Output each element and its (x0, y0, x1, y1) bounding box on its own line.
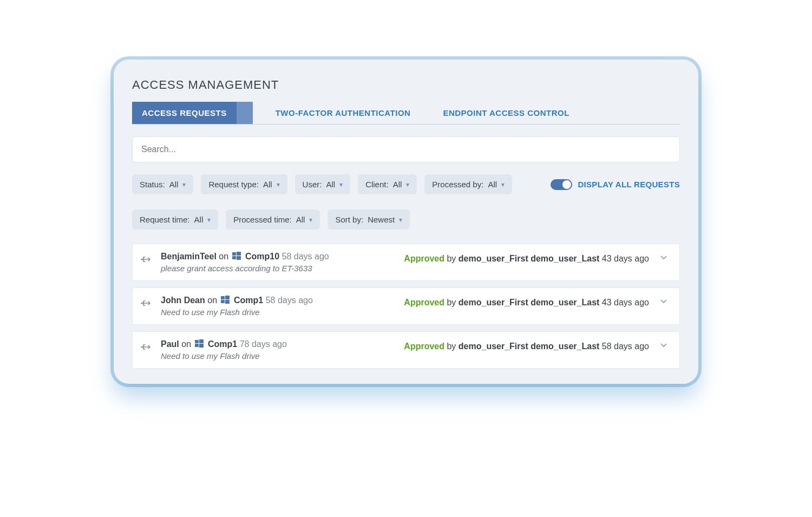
filter-value: All (169, 180, 179, 189)
filter-client[interactable]: Client: All ▾ (358, 174, 417, 194)
chevron-down-icon: ▾ (182, 181, 186, 188)
filters: Status: All ▾ Request type: All ▾ User: … (132, 174, 680, 230)
request-summary: BenjaminTeel on Comp10 58 days ago pleas… (161, 252, 396, 273)
svg-rect-8 (221, 300, 225, 303)
usb-icon (140, 253, 153, 266)
expand-row-button[interactable] (658, 296, 670, 310)
filter-value: All (488, 180, 497, 189)
tab-spacer (420, 102, 433, 124)
tab-active-indicator (237, 102, 253, 124)
filter-user[interactable]: User: All ▾ (295, 174, 351, 194)
filter-value: All (326, 180, 335, 189)
by-label: by (447, 298, 456, 307)
filter-status[interactable]: Status: All ▾ (132, 174, 193, 194)
expand-row-button[interactable] (658, 252, 670, 266)
tab-spacer (253, 102, 266, 124)
request-summary: Paul on Comp1 78 days ago Need to use my… (161, 339, 396, 361)
filter-label: Request time: (140, 215, 190, 224)
svg-rect-14 (199, 344, 204, 348)
request-user: John Dean (161, 296, 205, 305)
on-label: on (219, 252, 228, 261)
tab-access-requests[interactable]: ACCESS REQUESTS (132, 102, 237, 124)
chevron-down-icon: ▾ (399, 216, 402, 224)
toggle-switch-icon (551, 179, 572, 190)
filter-label: Status: (140, 180, 165, 189)
chevron-down-icon (660, 298, 667, 305)
request-message: please grant access according to ET-3633 (161, 264, 396, 273)
request-age: 58 days ago (266, 296, 313, 305)
chevron-down-icon: ▾ (406, 181, 409, 188)
status-badge: Approved (404, 298, 444, 307)
chevron-down-icon: ▾ (309, 216, 312, 224)
by-label: by (447, 254, 456, 263)
filter-value: All (263, 180, 272, 189)
processed-by: demo_user_First demo_user_Last (459, 298, 600, 307)
usb-icon (140, 341, 153, 354)
filter-label: Request type: (208, 180, 259, 189)
request-client: Comp1 (208, 339, 237, 349)
filter-request-type[interactable]: Request type: All ▾ (201, 174, 287, 194)
svg-rect-12 (199, 339, 204, 343)
display-all-requests-toggle[interactable]: DISPLAY ALL REQUESTS (551, 179, 680, 190)
filter-label: Processed time: (233, 215, 292, 224)
filter-label: Processed by: (432, 180, 483, 189)
requests-list: BenjaminTeel on Comp10 58 days ago pleas… (132, 244, 680, 369)
request-status-area: Approved by demo_user_First demo_user_La… (404, 296, 670, 310)
filter-label: User: (303, 180, 322, 189)
request-row[interactable]: BenjaminTeel on Comp10 58 days ago pleas… (132, 244, 680, 281)
svg-point-0 (141, 258, 142, 260)
request-status-area: Approved by demo_user_First demo_user_La… (404, 252, 670, 266)
toggle-label: DISPLAY ALL REQUESTS (578, 180, 680, 189)
processed-by: demo_user_First demo_user_Last (459, 254, 600, 263)
request-message: Need to use my Flash drive (161, 307, 396, 317)
status-badge: Approved (404, 342, 444, 351)
svg-rect-6 (221, 296, 225, 299)
filter-processed-time[interactable]: Processed time: All ▾ (226, 210, 320, 230)
status-badge: Approved (404, 254, 444, 263)
svg-rect-1 (232, 252, 236, 256)
processed-by: demo_user_First demo_user_Last (459, 342, 600, 351)
request-user: BenjaminTeel (161, 252, 217, 261)
svg-point-10 (141, 346, 142, 348)
chevron-down-icon (660, 342, 667, 349)
tabs: ACCESS REQUESTS TWO-FACTOR AUTHENTICATIO… (132, 102, 680, 125)
svg-rect-9 (225, 300, 230, 304)
filter-value: All (393, 180, 402, 189)
on-label: on (181, 339, 191, 349)
filter-request-time[interactable]: Request time: All ▾ (132, 210, 218, 230)
chevron-down-icon: ▾ (277, 181, 280, 188)
request-row[interactable]: Paul on Comp1 78 days ago Need to use my… (132, 331, 680, 369)
svg-rect-7 (225, 296, 230, 299)
request-row[interactable]: John Dean on Comp1 58 days ago Need to u… (132, 287, 680, 325)
windows-icon (232, 252, 241, 260)
svg-rect-2 (237, 252, 241, 256)
request-age: 58 days ago (282, 252, 329, 261)
by-label: by (447, 342, 456, 351)
filter-sort-by[interactable]: Sort by: Newest ▾ (328, 210, 410, 230)
filter-value: All (296, 215, 305, 224)
svg-point-5 (141, 302, 142, 304)
chevron-down-icon: ▾ (501, 181, 505, 188)
usb-icon (140, 297, 153, 310)
on-label: on (207, 296, 217, 305)
filter-label: Sort by: (335, 215, 363, 224)
filter-processed-by[interactable]: Processed by: All ▾ (424, 174, 512, 194)
request-age: 78 days ago (240, 339, 287, 349)
request-message: Need to use my Flash drive (161, 351, 396, 361)
chevron-down-icon: ▾ (207, 216, 211, 224)
chevron-down-icon (660, 254, 667, 261)
processed-age: 58 days ago (602, 342, 649, 351)
expand-row-button[interactable] (658, 339, 670, 354)
page-title: ACCESS MANAGEMENT (132, 78, 680, 92)
request-status-area: Approved by demo_user_First demo_user_La… (404, 339, 670, 354)
filter-label: Client: (365, 180, 389, 189)
svg-rect-4 (237, 256, 241, 260)
tab-endpoint-access-control[interactable]: ENDPOINT ACCESS CONTROL (433, 102, 579, 124)
search-input[interactable] (132, 136, 680, 162)
tab-two-factor-authentication[interactable]: TWO-FACTOR AUTHENTICATION (266, 102, 421, 124)
chevron-down-icon: ▾ (339, 181, 343, 188)
request-client: Comp1 (234, 296, 263, 305)
svg-rect-3 (232, 256, 236, 259)
svg-rect-13 (195, 344, 199, 347)
processed-age: 43 days ago (602, 254, 649, 263)
